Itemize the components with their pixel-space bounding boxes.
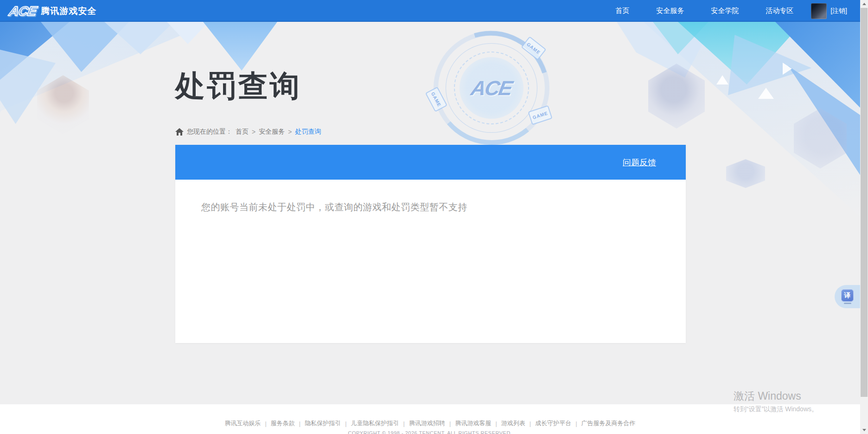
polygon-decor — [203, 22, 277, 71]
game-card-icon: GAME — [521, 36, 547, 60]
empty-result-message: 您的账号当前未处于处罚中，或查询的游戏和处罚类型暂不支持 — [175, 180, 686, 214]
sparkle-decor — [716, 75, 728, 84]
logout-link[interactable]: [注销] — [830, 7, 847, 15]
polygon-decor — [653, 22, 708, 54]
ring-decor — [434, 31, 549, 145]
page-footer: 腾讯互动娱乐|服务条款|隐私保护指引|儿童隐私保护指引|腾讯游戏招聘|腾讯游戏客… — [0, 404, 860, 434]
translate-icon-caption — [844, 303, 851, 304]
brand-logo[interactable]: ACE 腾讯游戏安全 — [0, 3, 96, 19]
brand-title: 腾讯游戏安全 — [41, 5, 96, 17]
ring-decor — [454, 52, 529, 124]
ring-decor — [414, 22, 569, 165]
vertical-scrollbar[interactable] — [860, 0, 868, 434]
sparkle-decor — [783, 63, 792, 75]
footer-separator: | — [265, 420, 266, 427]
game-card-icon: GAME — [528, 105, 552, 125]
page-title: 处罚查询 — [175, 66, 301, 106]
result-card-header: 问题反馈 — [175, 145, 686, 180]
polygon-decor — [0, 50, 56, 124]
footer-links: 腾讯互动娱乐|服务条款|隐私保护指引|儿童隐私保护指引|腾讯游戏招聘|腾讯游戏客… — [0, 419, 860, 428]
ring-decor — [460, 57, 523, 119]
polygon-decor — [678, 22, 803, 84]
feedback-link[interactable]: 问题反馈 — [623, 157, 656, 168]
breadcrumb-separator: > — [252, 128, 255, 136]
polygon-decor — [788, 66, 860, 175]
nav-item-activity-zone[interactable]: 活动专区 — [766, 6, 793, 15]
nav-item-security-services[interactable]: 安全服务 — [656, 6, 684, 15]
hexagon-character-faded — [794, 108, 847, 168]
nav-item-home[interactable]: 首页 — [615, 6, 629, 15]
breadcrumb-prefix: 您现在的位置： — [187, 128, 232, 136]
footer-separator: | — [403, 420, 405, 427]
user-avatar[interactable] — [811, 3, 827, 19]
footer-link[interactable]: 儿童隐私保护指引 — [351, 419, 399, 428]
footer-link[interactable]: 隐私保护指引 — [305, 419, 341, 428]
ace-logo-icon: ACE — [7, 3, 38, 19]
hexagon-character-small — [726, 159, 765, 188]
ring-decor — [446, 43, 537, 133]
sparkle-decor — [758, 88, 774, 99]
hexagon-character-teemo — [37, 75, 89, 135]
footer-separator: | — [495, 420, 497, 427]
top-navbar: ACE 腾讯游戏安全 首页安全服务安全学院活动专区 [注销] — [0, 0, 860, 22]
watermark-line1: 激活 Windows — [734, 389, 818, 403]
polygon-decor — [728, 35, 811, 95]
ace-watermark-logo: ACE — [423, 31, 559, 145]
polygon-decor — [0, 22, 70, 80]
polygon-decor — [167, 22, 209, 44]
polygon-decor — [617, 22, 714, 78]
breadcrumb: 您现在的位置： 首页>安全服务>处罚查询 — [175, 128, 321, 136]
footer-separator: | — [345, 420, 346, 427]
scrollbar-up-button[interactable] — [860, 0, 868, 8]
result-card: 问题反馈 您的账号当前未处于处罚中，或查询的游戏和处罚类型暂不支持 — [175, 145, 686, 343]
polygon-decor — [41, 22, 129, 72]
footer-separator: | — [530, 420, 531, 427]
scrollbar-thumb[interactable] — [861, 8, 868, 397]
hexagon-character-right — [648, 64, 705, 129]
footer-separator: | — [299, 420, 300, 427]
breadcrumb-link[interactable]: 首页 — [236, 128, 249, 136]
scroll-down-icon — [862, 429, 866, 431]
breadcrumb-link[interactable]: 安全服务 — [259, 128, 285, 136]
footer-separator: | — [449, 420, 451, 427]
footer-link[interactable]: 腾讯互动娱乐 — [224, 419, 261, 428]
breadcrumb-link: 处罚查询 — [295, 128, 321, 136]
footer-link[interactable]: 腾讯游戏招聘 — [409, 419, 445, 428]
home-icon — [175, 128, 184, 136]
nav-item-security-academy[interactable]: 安全学院 — [711, 6, 739, 15]
breadcrumb-separator: > — [288, 128, 292, 136]
footer-link[interactable]: 腾讯游戏客服 — [455, 419, 491, 428]
polygon-decor — [775, 22, 860, 108]
footer-link[interactable]: 广告服务及商务合作 — [581, 419, 636, 428]
breadcrumb-links: 首页>安全服务>处罚查询 — [236, 128, 321, 136]
copyright-text: COPYRIGHT © 1998 - 2026 TENCENT. ALL RIG… — [0, 430, 860, 434]
translate-widget[interactable]: 译 — [835, 285, 860, 308]
result-card-body: 您的账号当前未处于处罚中，或查询的游戏和处罚类型暂不支持 — [175, 180, 686, 343]
nav-items: 首页安全服务安全学院活动专区 — [615, 6, 793, 15]
scrollbar-down-button[interactable] — [860, 426, 868, 434]
translate-icon[interactable]: 译 — [841, 289, 854, 302]
footer-separator: | — [575, 420, 577, 427]
footer-link[interactable]: 成长守护平台 — [535, 419, 571, 428]
scroll-up-icon — [862, 3, 866, 5]
ace-ring-graphic: ACE — [434, 31, 549, 145]
game-card-icon: GAME — [425, 87, 447, 112]
footer-link[interactable]: 服务条款 — [271, 419, 295, 428]
polygon-decor — [104, 22, 174, 54]
footer-link[interactable]: 游戏列表 — [501, 419, 525, 428]
ring-decor — [429, 26, 554, 150]
